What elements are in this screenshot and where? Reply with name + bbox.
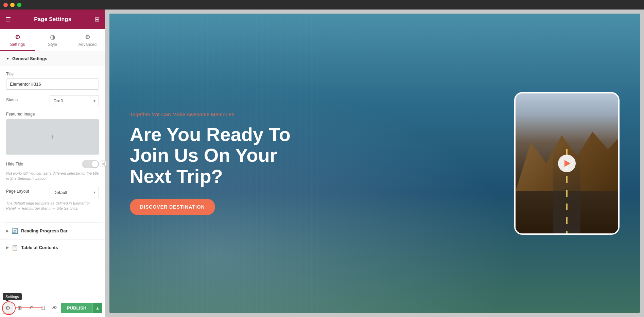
chevron-right-icon-2: ▶ [6,246,9,249]
table-of-contents-section[interactable]: ▶ 📋 Table of Contents [0,239,105,256]
settings-tooltip: Settings [3,293,22,300]
toc-icon: 📋 [12,244,18,251]
page-layout-helper: The default page template as defined in … [6,201,99,211]
title-field: Title [6,72,99,90]
app-body: ☰ Page Settings ⊞ ⚙ Settings ◑ Style ⚙ A… [0,10,644,317]
settings-tool-button[interactable]: ⚙ Settings [3,302,13,314]
status-field: Status Draft Published Pending ▼ [6,95,99,106]
page-layout-row: Page Layout Default Full Width Canvas ▼ [6,187,99,198]
hero-cta-button[interactable]: DISCOVER DESTINATION [130,199,215,215]
traffic-light-yellow[interactable] [10,3,15,7]
sidebar: ☰ Page Settings ⊞ ⚙ Settings ◑ Style ⚙ A… [0,10,105,317]
featured-image-label: Featured Image [6,112,99,117]
hamburger-icon[interactable]: ☰ [5,16,11,23]
toggle-thumb [91,161,98,168]
chevron-right-icon: ▶ [6,229,9,233]
main-canvas: Together We Can Make Awesome Memories Ar… [105,10,644,317]
add-image-icon: + [50,132,55,142]
preview-tool-button[interactable]: 👁 [49,302,59,314]
hero-banner: Together We Can Make Awesome Memories Ar… [109,14,640,313]
page-layout-label: Page Layout [6,189,29,194]
preview-tool-icon: 👁 [52,305,57,311]
page-layout-select[interactable]: Default Full Width Canvas [50,187,99,198]
style-tab-label: Style [48,42,57,47]
resize-handle[interactable] [103,10,105,317]
advanced-tab-icon: ⚙ [85,33,90,41]
status-select[interactable]: Draft Published Pending [50,95,99,106]
page-layout-select-wrapper: Default Full Width Canvas ▼ [50,187,99,198]
traffic-light-green[interactable] [17,3,21,7]
chevron-down-icon: ▼ [6,57,10,60]
publish-button[interactable]: PUBLISH [61,303,92,313]
red-line-annotation [16,307,43,308]
advanced-tab-label: Advanced [79,42,97,47]
tab-advanced[interactable]: ⚙ Advanced [70,29,105,51]
publish-arrow-button[interactable]: ▲ [92,303,102,313]
hero-tagline: Together We Can Make Awesome Memories [130,111,620,117]
tab-style[interactable]: ◑ Style [35,29,70,51]
general-settings-header[interactable]: ▼ General Settings [0,51,105,66]
general-settings-title: General Settings [12,56,47,61]
tab-settings[interactable]: ⚙ Settings [0,29,35,51]
hide-title-label: Hide Title [6,162,23,166]
featured-image-box[interactable]: + [6,119,99,155]
grid-icon[interactable]: ⊞ [94,16,100,23]
title-input[interactable] [6,78,99,90]
settings-underline [3,314,13,314]
hero-content: Together We Can Make Awesome Memories Ar… [109,91,640,236]
hide-title-field: Hide Title NO Not working? You can set a… [6,160,99,181]
publish-group: PUBLISH ▲ [61,303,102,313]
sidebar-title: Page Settings [34,16,71,22]
hide-title-row: Hide Title NO [6,160,99,168]
toc-title: Table of Contents [21,245,58,250]
traffic-light-red[interactable] [3,3,8,7]
progress-bar-icon: 🔄 [12,228,18,234]
hero-title: Are You Ready To Join Us On Your Next Tr… [130,124,320,187]
status-select-wrapper: Draft Published Pending ▼ [50,95,99,106]
sidebar-bottom-toolbar: ⚙ Settings ⊞ ↶ ☐ 👁 PUBLISH ▲ [0,299,105,317]
settings-tab-label: Settings [10,42,25,47]
settings-tab-icon: ⚙ [15,33,20,41]
general-settings-form: Title Status Draft Published Pending [0,66,105,222]
title-label: Title [6,72,99,76]
page-layout-field: Page Layout Default Full Width Canvas ▼ … [6,187,99,211]
reading-progress-title: Reading Progress Bar [21,228,68,233]
featured-image-field: Featured Image + [6,112,99,155]
sidebar-content: ▼ General Settings Title Status Draft [0,51,105,317]
style-tab-icon: ◑ [50,33,55,41]
reading-progress-section[interactable]: ▶ 🔄 Reading Progress Bar [0,223,105,239]
sidebar-header: ☰ Page Settings ⊞ [0,10,105,29]
status-label: Status [6,98,18,102]
hide-title-toggle[interactable]: NO [82,160,99,168]
title-bar [0,0,644,10]
settings-tool-icon: ⚙ [5,305,10,311]
hide-title-helper: Not working? You can set a different sel… [6,171,99,181]
sidebar-tabs: ⚙ Settings ◑ Style ⚙ Advanced [0,29,105,51]
